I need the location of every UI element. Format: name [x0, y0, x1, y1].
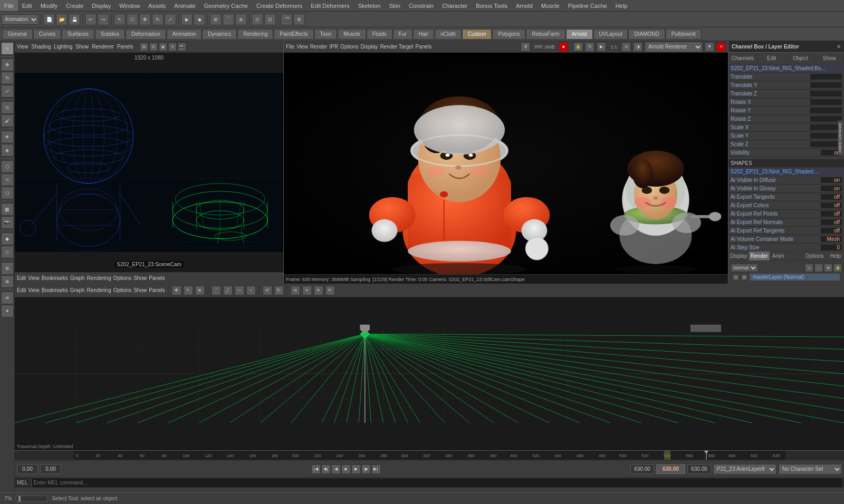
menu-skeleton[interactable]: Skeleton — [354, 0, 385, 11]
ge-options[interactable]: Options — [113, 287, 131, 293]
le-tab-render[interactable]: Render — [749, 251, 770, 260]
ge-stack-btn[interactable]: ≡ — [302, 286, 312, 295]
le-help-btn[interactable]: Help — [827, 251, 844, 260]
current-frame-display[interactable] — [656, 464, 685, 474]
tab-rebusfarm[interactable]: RebusFarm — [526, 29, 565, 40]
menu-edit[interactable]: Edit — [18, 0, 36, 11]
rv-menu-file[interactable]: File — [286, 44, 294, 50]
end-frame-input[interactable] — [687, 464, 711, 474]
ge-normalize-btn[interactable]: N — [291, 286, 300, 295]
anim-layer-selector[interactable]: P21_23:AnimLayer8 — [713, 464, 776, 474]
ge-menu-options[interactable]: Options — [113, 275, 131, 281]
cb-scale-y[interactable]: Scale Y — [728, 132, 844, 140]
ge-select-btn[interactable]: ↖ — [184, 286, 193, 295]
cb-translate-z-input[interactable] — [810, 91, 842, 96]
input-output-button[interactable]: ⊡ — [264, 14, 276, 25]
tab-uvlayout[interactable]: UVLayout — [593, 29, 628, 40]
menu-window[interactable]: Window — [115, 0, 144, 11]
step-fwd-btn[interactable]: |▶ — [361, 464, 371, 474]
menu-modify[interactable]: Modify — [36, 0, 62, 11]
cb-scale-x[interactable]: Scale X — [728, 123, 844, 132]
timeline-ruler[interactable]: 0 20 40 60 80 100 120 140 160 180 200 22… — [15, 451, 844, 460]
ge-move-btn[interactable]: ✥ — [172, 286, 181, 295]
cb-scale-z[interactable]: Scale Z — [728, 140, 844, 149]
tab-rendering[interactable]: Rendering — [237, 29, 273, 40]
rv-settings-btn[interactable]: ▼ — [705, 42, 714, 52]
save-scene-button[interactable]: 💾 — [69, 14, 80, 25]
ge-edit[interactable]: Edit — [17, 287, 26, 293]
constraint-button[interactable]: ⊗ — [1, 275, 14, 288]
le-new-btn[interactable]: + — [805, 264, 813, 272]
rv-menu-panels[interactable]: Panels — [416, 44, 432, 50]
ge-show[interactable]: Show — [133, 287, 147, 293]
mel-input[interactable] — [31, 479, 842, 487]
camera-button[interactable]: 📷 — [1, 216, 14, 229]
menu-arnold[interactable]: Arnold — [512, 0, 537, 11]
sculpt-button[interactable]: 🖌 — [1, 114, 14, 127]
menu-file[interactable]: File — [0, 0, 18, 11]
ge-stepped-btn[interactable]: ⌐ — [246, 286, 256, 295]
tab-curves[interactable]: Curves — [33, 29, 62, 40]
render-canvas[interactable] — [284, 53, 728, 274]
cb-translate-x-input[interactable] — [810, 74, 842, 80]
cb-ai-tangents[interactable]: Ai Export Tangents off — [728, 193, 844, 201]
move-button[interactable]: ✥ — [139, 14, 151, 25]
vl-light-btn[interactable]: ☀ — [168, 43, 177, 51]
deformer-button[interactable]: ⊛ — [1, 262, 14, 275]
menu-pipeline-cache[interactable]: Pipeline Cache — [564, 0, 611, 11]
shapes-name[interactable]: S202_EP21_23:Nimi_RIG_Shaded:... — [728, 168, 844, 176]
ge-rendering[interactable]: Rendering — [87, 287, 111, 293]
cb-rotate-z[interactable]: Rotate Z — [728, 115, 844, 123]
ge-ripple-btn[interactable]: ≋ — [314, 286, 323, 295]
menu-help[interactable]: Help — [611, 0, 632, 11]
cb-rotate-y[interactable]: Rotate Y — [728, 106, 844, 115]
cb-translate-z[interactable]: Translate Z — [728, 90, 844, 98]
zoom-slider[interactable] — [16, 496, 47, 502]
tab-dynamics[interactable]: Dynamics — [202, 29, 237, 40]
effects-button[interactable]: ✦ — [1, 305, 14, 317]
vl-cam-btn[interactable]: 📷 — [178, 43, 186, 51]
le-visible-btn[interactable]: 👁 — [824, 264, 832, 272]
current-frame-input[interactable] — [40, 464, 61, 474]
cb-rotate-x-input[interactable] — [810, 99, 842, 105]
ge-panels[interactable]: Panels — [149, 287, 165, 293]
tab-animation[interactable]: Animation — [167, 29, 202, 40]
ge-view[interactable]: View — [28, 287, 40, 293]
tab-deformation[interactable]: Deformation — [126, 29, 166, 40]
cb-scale-z-input[interactable] — [810, 141, 842, 147]
menu-assets[interactable]: Assets — [144, 0, 170, 11]
cb-ai-colors[interactable]: Ai Export Colors off — [728, 201, 844, 210]
ipr-button[interactable]: ◆ — [194, 14, 205, 25]
vl-menu-panels[interactable]: Panels — [117, 44, 133, 50]
move-tool-button[interactable]: ✥ — [1, 59, 14, 71]
go-start-btn[interactable]: |◀ — [311, 464, 321, 474]
tab-fur[interactable]: Fur — [393, 29, 413, 40]
curve-tool-button[interactable]: ∿ — [1, 173, 14, 186]
cb-ai-step[interactable]: Ai Step Size 0 — [728, 244, 844, 251]
ge-menu-rendering[interactable]: Rendering — [87, 275, 111, 281]
cb-rotate-y-input[interactable] — [810, 108, 842, 113]
le-layer-ref[interactable]: R — [741, 274, 747, 280]
lasso-button[interactable]: ⬡ — [127, 14, 138, 25]
cb-ai-ref-points[interactable]: Ai Export Ref Points off — [728, 210, 844, 218]
le-lock-btn[interactable]: 🔒 — [833, 264, 842, 272]
tab-hair[interactable]: Hair — [413, 29, 434, 40]
graph-canvas[interactable]: Traversal Depth: Unlimited — [15, 297, 844, 450]
vl-menu-show[interactable]: Show — [75, 44, 89, 50]
workspace-selector[interactable]: Animation — [1, 14, 39, 25]
rp-tab-object[interactable]: Object — [787, 53, 816, 64]
vl-menu-shading[interactable]: Shading — [32, 44, 51, 50]
vl-shade-btn[interactable]: ◉ — [159, 43, 167, 51]
set-key-button[interactable]: ◆ — [1, 232, 14, 245]
cb-ai-ref-normals[interactable]: Ai Export Ref Normals off — [728, 218, 844, 227]
ge-menu-edit[interactable]: Edit — [17, 275, 26, 281]
rv-close-btn[interactable]: ✕ — [716, 42, 726, 52]
vl-menu-view[interactable]: View — [17, 44, 28, 50]
ge-sync-btn[interactable]: ⟳ — [325, 286, 335, 295]
ge-bookmarks[interactable]: Bookmarks — [42, 287, 68, 293]
menu-character[interactable]: Character — [438, 0, 472, 11]
tab-surfaces[interactable]: Surfaces — [62, 29, 94, 40]
character-selector[interactable]: No Character Set — [779, 464, 842, 474]
tab-general[interactable]: General — [2, 29, 33, 40]
rv-menu-render[interactable]: Render — [310, 44, 328, 50]
